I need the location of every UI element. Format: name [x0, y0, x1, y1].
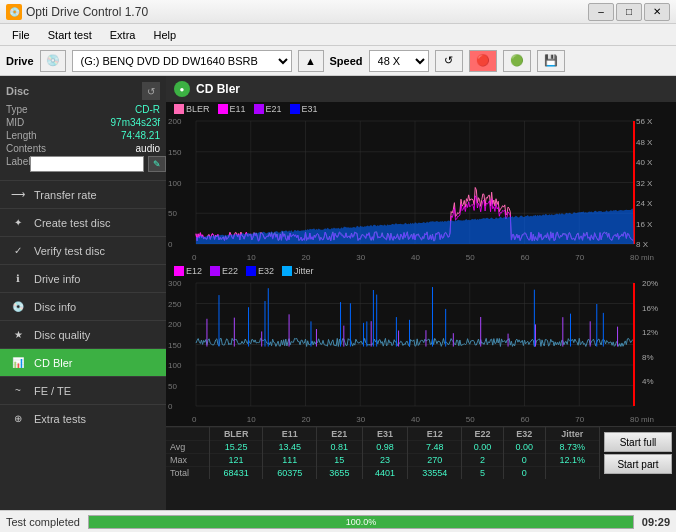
disc-panel: Disc ↺ Type CD-R MID 97m34s23f Length 74… — [0, 76, 166, 180]
drive-select[interactable]: (G:) BENQ DVD DD DW1640 BSRB — [72, 50, 292, 72]
sidebar-item-cd-bler[interactable]: 📊 CD Bler — [0, 348, 166, 376]
disc-contents-label: Contents — [6, 143, 46, 154]
stats-total-e11: 60375 — [263, 467, 317, 480]
stats-max-e11: 111 — [263, 454, 317, 467]
minimize-button[interactable]: – — [588, 3, 614, 21]
drive-action-btn1[interactable]: 🔴 — [469, 50, 497, 72]
disc-panel-header: Disc ↺ — [6, 82, 160, 100]
disc-mid-row: MID 97m34s23f — [6, 117, 160, 128]
disc-label-row: Label ✎ — [6, 156, 160, 172]
sidebar-item-disc-quality[interactable]: ★ Disc quality — [0, 320, 166, 348]
extra-tests-icon: ⊕ — [10, 411, 26, 427]
e22-color — [210, 266, 220, 276]
stats-max-bler: 121 — [209, 454, 263, 467]
menu-start-test[interactable]: Start test — [40, 27, 100, 43]
top-chart-area — [166, 116, 676, 264]
time-display: 09:29 — [642, 516, 670, 528]
stats-avg-jitter: 8.73% — [545, 441, 599, 454]
fe-te-icon: ~ — [10, 383, 26, 399]
close-button[interactable]: ✕ — [644, 3, 670, 21]
e31-color — [290, 104, 300, 114]
top-chart-canvas — [166, 116, 674, 264]
disc-type-label: Type — [6, 104, 28, 115]
drive-action-btn2[interactable]: 🟢 — [503, 50, 531, 72]
jitter-color — [282, 266, 292, 276]
legend-e32: E32 — [246, 266, 274, 276]
menu-help[interactable]: Help — [145, 27, 184, 43]
drive-icon-btn[interactable]: 💿 — [40, 50, 66, 72]
disc-length-value: 74:48.21 — [121, 130, 160, 141]
disc-type-row: Type CD-R — [6, 104, 160, 115]
chart-title: CD Bler — [196, 82, 240, 96]
bler-color — [174, 104, 184, 114]
speed-label: Speed — [330, 55, 363, 67]
maximize-button[interactable]: □ — [616, 3, 642, 21]
stats-avg-row: Avg 15.25 13.45 0.81 0.98 7.48 0.00 0.00… — [166, 441, 600, 454]
disc-quality-icon: ★ — [10, 327, 26, 343]
disc-label-edit-button[interactable]: ✎ — [148, 156, 166, 172]
menu-extra[interactable]: Extra — [102, 27, 144, 43]
stats-col-jitter: Jitter — [545, 428, 599, 441]
eject-button[interactable]: ▲ — [298, 50, 324, 72]
e32-color — [246, 266, 256, 276]
nav-disc-quality-label: Disc quality — [34, 329, 90, 341]
disc-length-row: Length 74:48.21 — [6, 130, 160, 141]
e21-label: E21 — [266, 104, 282, 114]
app-icon: 💿 — [6, 4, 22, 20]
sidebar-item-fe-te[interactable]: ~ FE / TE — [0, 376, 166, 404]
e12-color — [174, 266, 184, 276]
stats-col-label — [166, 428, 209, 441]
stats-table-container: BLER E11 E21 E31 E12 E22 E32 Jitter — [166, 427, 600, 479]
transfer-rate-icon: ⟶ — [10, 187, 26, 203]
title-bar: 💿 Opti Drive Control 1.70 – □ ✕ — [0, 0, 676, 24]
main-content: Disc ↺ Type CD-R MID 97m34s23f Length 74… — [0, 76, 676, 532]
disc-label-label: Label — [6, 156, 30, 172]
disc-title: Disc — [6, 85, 29, 97]
sidebar-item-extra-tests[interactable]: ⊕ Extra tests — [0, 404, 166, 432]
stats-total-e21: 3655 — [317, 467, 363, 480]
stats-col-e22: E22 — [462, 428, 504, 441]
e11-label: E11 — [230, 104, 246, 114]
stats-col-e11: E11 — [263, 428, 317, 441]
bottom-status-bar: Test completed 100.0% 09:29 — [0, 510, 676, 532]
disc-contents-row: Contents audio — [6, 143, 160, 154]
e12-label: E12 — [186, 266, 202, 276]
save-button[interactable]: 💾 — [537, 50, 565, 72]
menu-file[interactable]: File — [4, 27, 38, 43]
stats-header-row: BLER E11 E21 E31 E12 E22 E32 Jitter — [166, 428, 600, 441]
disc-label-input-row: ✎ — [30, 156, 166, 172]
create-test-disc-icon: ✦ — [10, 215, 26, 231]
sidebar-item-create-test-disc[interactable]: ✦ Create test disc — [0, 208, 166, 236]
disc-label-input[interactable] — [30, 156, 144, 172]
start-part-button[interactable]: Start part — [604, 454, 672, 474]
disc-refresh-button[interactable]: ↺ — [142, 82, 160, 100]
speed-select[interactable]: 48 X — [369, 50, 429, 72]
top-chart-legend: BLER E11 E21 E31 — [166, 102, 676, 116]
title-bar-controls: – □ ✕ — [588, 3, 670, 21]
refresh-drive-button[interactable]: ↺ — [435, 50, 463, 72]
stats-avg-bler: 15.25 — [209, 441, 263, 454]
nav-cd-bler-label: CD Bler — [34, 357, 73, 369]
stats-total-e12: 33554 — [408, 467, 462, 480]
legend-jitter: Jitter — [282, 266, 314, 276]
e11-color — [218, 104, 228, 114]
stats-max-e12: 270 — [408, 454, 462, 467]
sidebar-item-verify-test-disc[interactable]: ✓ Verify test disc — [0, 236, 166, 264]
legend-e31: E31 — [290, 104, 318, 114]
stats-avg-label: Avg — [166, 441, 209, 454]
stats-max-row: Max 121 111 15 23 270 2 0 12.1% — [166, 454, 600, 467]
sidebar-item-drive-info[interactable]: ℹ Drive info — [0, 264, 166, 292]
stats-avg-e11: 13.45 — [263, 441, 317, 454]
stats-col-e21: E21 — [317, 428, 363, 441]
chart-header-icon: ● — [174, 81, 190, 97]
stats-max-label: Max — [166, 454, 209, 467]
legend-e22: E22 — [210, 266, 238, 276]
stats-total-e22: 5 — [462, 467, 504, 480]
drive-info-icon: ℹ — [10, 271, 26, 287]
bottom-chart-canvas — [166, 278, 674, 426]
sidebar-item-disc-info[interactable]: 💿 Disc info — [0, 292, 166, 320]
disc-type-value: CD-R — [135, 104, 160, 115]
disc-mid-label: MID — [6, 117, 24, 128]
start-full-button[interactable]: Start full — [604, 432, 672, 452]
sidebar-item-transfer-rate[interactable]: ⟶ Transfer rate — [0, 180, 166, 208]
